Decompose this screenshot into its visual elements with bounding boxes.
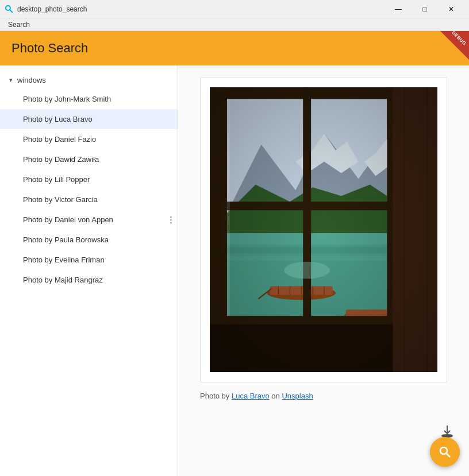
source-link[interactable]: Unsplash: [282, 392, 313, 400]
svg-rect-35: [210, 87, 437, 371]
photo-item-label: Photo by Daniel Fazio: [23, 135, 96, 144]
search-fab-button[interactable]: [430, 437, 460, 467]
photographer-link[interactable]: Luca Bravo: [232, 392, 270, 400]
list-item[interactable]: Photo by Dawid Zawiła: [0, 149, 178, 169]
list-item[interactable]: Photo by John-Mark Smith: [0, 89, 178, 109]
search-icon: [438, 445, 452, 459]
list-item[interactable]: Photo by Victor Garcia: [0, 189, 178, 210]
photo-item-label: Photo by Evelina Friman: [23, 256, 105, 264]
close-button[interactable]: ✕: [438, 0, 464, 18]
sidebar: ▾ windows Photo by John-Mark Smith Photo…: [0, 65, 178, 476]
caption-on: on: [271, 392, 282, 400]
photo-item-label: Photo by John-Mark Smith: [23, 95, 111, 103]
caption-prefix: Photo by: [200, 392, 229, 400]
download-icon: [440, 424, 454, 438]
caption-row: Photo by Luca Bravo on Unsplash: [200, 392, 447, 400]
photo-image: [210, 87, 437, 373]
minimize-button[interactable]: —: [385, 0, 412, 18]
list-item[interactable]: Photo by Lili Popper: [0, 169, 178, 189]
photo-item-label: Photo by Majid Rangraz: [23, 276, 103, 284]
svg-point-36: [284, 262, 330, 279]
list-item[interactable]: Photo by Daniel Fazio: [0, 129, 178, 149]
app-header: Photo Search DEBUG: [0, 31, 469, 65]
svg-line-1: [10, 10, 13, 13]
photo-item-label: Photo by Dawid Zawiła: [23, 155, 99, 164]
window-title: desktop_photo_search: [17, 5, 385, 13]
list-item[interactable]: Photo by Majid Rangraz: [0, 270, 178, 290]
menu-bar: Search: [0, 18, 469, 31]
drag-handle: [170, 216, 172, 223]
window-controls: — □ ✕: [385, 0, 464, 18]
svg-line-39: [447, 454, 450, 457]
chevron-down-icon: ▾: [9, 76, 13, 84]
svg-point-38: [440, 447, 447, 454]
menu-search[interactable]: Search: [5, 20, 33, 30]
category-header[interactable]: ▾ windows: [0, 71, 178, 89]
app-icon: [5, 5, 14, 14]
photo-item-label: Photo by Paula Borowska: [23, 235, 109, 244]
photo-item-label: Photo by Daniel von Appen: [23, 215, 113, 224]
photo-item-label: Photo by Lili Popper: [23, 175, 90, 184]
main-content: ▾ windows Photo by John-Mark Smith Photo…: [0, 65, 469, 476]
photo-caption: Photo by Luca Bravo on Unsplash: [200, 392, 313, 400]
category-label: windows: [17, 76, 46, 84]
right-panel: Photo by Luca Bravo on Unsplash: [178, 65, 469, 476]
list-item[interactable]: Photo by Luca Bravo: [0, 109, 178, 129]
photo-display: [200, 77, 447, 382]
debug-badge: DEBUG: [440, 31, 469, 60]
title-bar: desktop_photo_search — □ ✕: [0, 0, 469, 18]
list-item[interactable]: Photo by Daniel von Appen: [0, 210, 178, 230]
maximize-button[interactable]: □: [412, 0, 438, 18]
photo-list: Photo by John-Mark Smith Photo by Luca B…: [0, 89, 178, 290]
svg-point-0: [6, 6, 10, 10]
list-item[interactable]: Photo by Paula Borowska: [0, 230, 178, 250]
app-title: Photo Search: [11, 41, 88, 56]
photo-item-label: Photo by Victor Garcia: [23, 195, 98, 204]
photo-item-label: Photo by Luca Bravo: [23, 115, 93, 123]
list-item[interactable]: Photo by Evelina Friman: [0, 250, 178, 270]
